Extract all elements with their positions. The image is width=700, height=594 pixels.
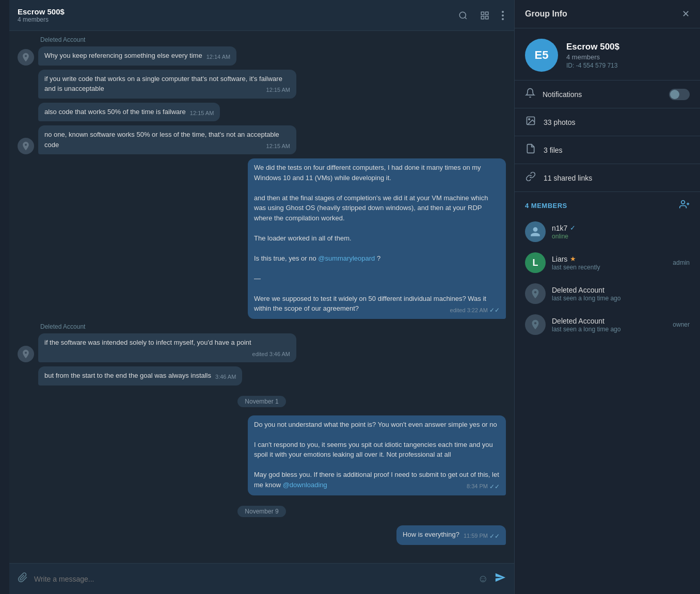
sender-label: Deleted Account bbox=[40, 36, 506, 43]
svg-line-1 bbox=[465, 17, 466, 19]
svg-point-6 bbox=[502, 11, 504, 13]
message-time: 12:15 AM bbox=[190, 109, 214, 118]
emoji-icon[interactable]: ☺ bbox=[478, 573, 488, 585]
message-row: also code that works 50% of the time is … bbox=[18, 103, 506, 122]
member-role-liars: admin bbox=[673, 259, 690, 266]
message-text: but from the start to the end the goal w… bbox=[44, 372, 211, 379]
member-info-liars: Liars ★ last seen recently bbox=[552, 255, 666, 271]
member-avatar-deleted1 bbox=[525, 283, 546, 304]
links-label: 11 shared links bbox=[544, 174, 592, 182]
group-id: ID: -4 554 579 713 bbox=[566, 62, 619, 69]
svg-point-0 bbox=[459, 12, 466, 18]
message-text: if the software was intended solely to i… bbox=[44, 339, 251, 346]
message-time: 12:15 AM bbox=[266, 142, 290, 151]
avatar bbox=[18, 49, 34, 66]
files-row[interactable]: 3 files bbox=[515, 136, 700, 164]
message-time: edited 3:22 AM ✓✓ bbox=[450, 306, 500, 315]
group-info-panel: Group Info ✕ E5 Escrow 500$ 4 members ID… bbox=[514, 0, 700, 594]
svg-point-8 bbox=[502, 18, 504, 20]
message-bubble: no one, known software works 50% or less… bbox=[38, 125, 296, 154]
svg-point-7 bbox=[502, 14, 504, 17]
member-item-n1k7[interactable]: n1k7 ✓ online bbox=[515, 216, 700, 247]
notifications-row[interactable]: Notifications bbox=[515, 81, 700, 108]
message-text: no one, known software works 50% or less… bbox=[44, 131, 279, 149]
avatar bbox=[18, 138, 34, 154]
message-text: How is everything? bbox=[403, 531, 459, 538]
svg-point-11 bbox=[681, 201, 685, 204]
send-button[interactable] bbox=[495, 572, 506, 586]
member-info-deleted1: Deleted Account last seen a long time ag… bbox=[552, 286, 690, 302]
member-avatar-n1k7 bbox=[525, 221, 546, 242]
member-name-deleted2: Deleted Account bbox=[552, 317, 666, 325]
notifications-toggle[interactable] bbox=[669, 89, 690, 100]
svg-rect-3 bbox=[486, 12, 488, 14]
member-role-deleted2: owner bbox=[673, 321, 690, 328]
message-row: no one, known software works 50% or less… bbox=[18, 125, 506, 154]
chat-header-left: Escrow 500$ 4 members bbox=[18, 7, 65, 23]
files-label: 3 files bbox=[544, 146, 563, 154]
members-section-header: 4 MEMBERS bbox=[515, 192, 700, 216]
members-section-title: 4 MEMBERS bbox=[525, 202, 567, 210]
chat-title: Escrow 500$ bbox=[18, 7, 65, 16]
message-row: How is everything? 11:59 PM ✓✓ bbox=[18, 525, 506, 545]
message-text: also code that works 50% of the time is … bbox=[44, 108, 186, 116]
more-options-button[interactable] bbox=[500, 9, 506, 22]
chat-members-count: 4 members bbox=[18, 16, 65, 23]
star-icon: ★ bbox=[570, 255, 576, 263]
links-row[interactable]: 11 shared links bbox=[515, 164, 700, 192]
message-bubble: How is everything? 11:59 PM ✓✓ bbox=[396, 525, 506, 545]
search-button[interactable] bbox=[456, 9, 470, 22]
message-bubble: Why you keep referencing something else … bbox=[38, 46, 236, 66]
message-bubble: We did the tests on four different compu… bbox=[248, 158, 506, 319]
message-input[interactable] bbox=[34, 575, 472, 583]
attachment-icon[interactable] bbox=[18, 572, 28, 585]
message-time: 3:46 AM bbox=[215, 373, 236, 381]
layout-button[interactable] bbox=[478, 9, 491, 22]
member-info-deleted2: Deleted Account last seen a long time ag… bbox=[552, 317, 666, 333]
member-item-deleted2[interactable]: Deleted Account last seen a long time ag… bbox=[515, 309, 700, 340]
group-details: Escrow 500$ 4 members ID: -4 554 579 713 bbox=[566, 42, 619, 69]
member-name-deleted1: Deleted Account bbox=[552, 286, 690, 294]
group-info-title: Group Info bbox=[525, 9, 567, 19]
member-name-liars: Liars ★ bbox=[552, 255, 666, 263]
message-text: Why you keep referencing something else … bbox=[44, 52, 202, 59]
photos-label: 33 photos bbox=[544, 118, 576, 126]
date-label: November 1 bbox=[237, 396, 285, 407]
message-row: if you write code that works on a single… bbox=[18, 70, 506, 99]
add-member-button[interactable] bbox=[679, 199, 690, 212]
close-group-info-button[interactable]: ✕ bbox=[682, 8, 690, 20]
input-area: ☺ bbox=[9, 563, 514, 594]
verified-icon: ✓ bbox=[570, 224, 576, 232]
group-avatar: E5 bbox=[525, 39, 558, 72]
group-members-count: 4 members bbox=[566, 53, 619, 61]
member-item-deleted1[interactable]: Deleted Account last seen a long time ag… bbox=[515, 278, 700, 309]
svg-rect-4 bbox=[481, 16, 484, 19]
photos-icon bbox=[525, 116, 536, 129]
message-time: 11:59 PM ✓✓ bbox=[464, 532, 500, 541]
member-info-n1k7: n1k7 ✓ online bbox=[552, 224, 690, 240]
avatar bbox=[18, 346, 34, 362]
date-divider: November 1 bbox=[18, 396, 506, 407]
message-text: We did the tests on four different compu… bbox=[254, 164, 488, 312]
sidebar-strip bbox=[0, 0, 9, 594]
message-row: Why you keep referencing something else … bbox=[18, 46, 506, 66]
member-item-liars[interactable]: L Liars ★ last seen recently admin bbox=[515, 247, 700, 278]
message-time: edited 3:46 AM bbox=[252, 350, 290, 359]
message-time: 12:15 AM bbox=[266, 86, 290, 94]
member-avatar-liars: L bbox=[525, 252, 546, 273]
svg-rect-5 bbox=[486, 16, 488, 19]
messages-container: Deleted Account Why you keep referencing… bbox=[9, 31, 514, 563]
message-row: We did the tests on four different compu… bbox=[18, 158, 506, 319]
message-row: but from the start to the end the goal w… bbox=[18, 366, 506, 386]
member-name-n1k7: n1k7 ✓ bbox=[552, 224, 690, 232]
member-status-deleted2: last seen a long time ago bbox=[552, 326, 666, 333]
message-text: Do you not understand what the point is?… bbox=[254, 421, 499, 489]
photos-row[interactable]: 33 photos bbox=[515, 108, 700, 136]
notifications-label: Notifications bbox=[543, 90, 662, 99]
message-time: 8:34 PM ✓✓ bbox=[467, 482, 500, 491]
member-status-liars: last seen recently bbox=[552, 264, 666, 271]
message-row: Do you not understand what the point is?… bbox=[18, 415, 506, 495]
member-status-n1k7: online bbox=[552, 233, 690, 240]
chat-area: Escrow 500$ 4 members Deleted bbox=[9, 0, 514, 594]
chat-header: Escrow 500$ 4 members bbox=[9, 0, 514, 31]
